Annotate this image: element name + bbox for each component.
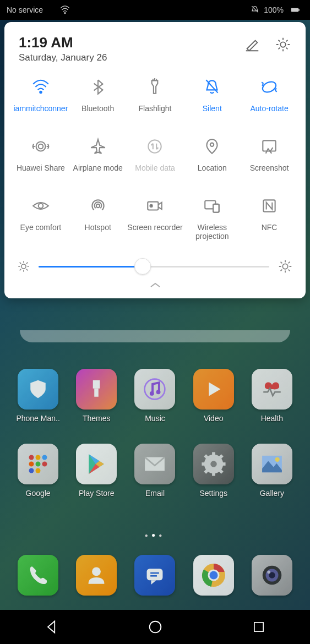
app-music[interactable]: Music bbox=[126, 369, 184, 423]
svg-point-25 bbox=[36, 455, 41, 460]
svg-point-24 bbox=[29, 455, 34, 460]
qs-tile-label: Flashlight bbox=[139, 104, 172, 113]
wifi-icon bbox=[31, 78, 50, 96]
brightness-slider-thumb[interactable] bbox=[134, 258, 151, 275]
qs-tile-eye[interactable]: Eye comfort bbox=[12, 194, 69, 241]
svg-line-42 bbox=[205, 470, 208, 473]
qs-tile-nfc[interactable]: NFC bbox=[241, 194, 298, 241]
qs-tile-label: Wireless projection bbox=[183, 223, 241, 241]
brightness-row bbox=[12, 252, 298, 278]
app-themes[interactable]: Themes bbox=[67, 369, 126, 423]
qs-tile-silent[interactable]: Silent bbox=[183, 75, 241, 119]
app-phone-man-[interactable]: Phone Man.. bbox=[9, 369, 67, 423]
app-label: Themes bbox=[83, 414, 111, 423]
qs-tile-wifi[interactable]: iammitchconner bbox=[12, 75, 69, 119]
collapse-handle[interactable] bbox=[12, 280, 298, 292]
page-indicator: ●●● bbox=[0, 531, 310, 539]
app-chrome[interactable]: Chrome bbox=[184, 555, 243, 600]
qs-tile-projection[interactable]: Wireless projection bbox=[183, 194, 241, 241]
qs-tile-label: Mobile data bbox=[135, 163, 175, 172]
app-icon bbox=[252, 369, 292, 410]
qs-tile-flashlight[interactable]: Flashlight bbox=[127, 75, 184, 119]
qs-tile-label: Auto-rotate bbox=[250, 104, 288, 113]
qs-tile-screenshot[interactable]: Screenshot bbox=[241, 135, 298, 179]
app-settings[interactable]: Settings bbox=[184, 444, 243, 498]
mobiledata-icon bbox=[145, 137, 164, 156]
nav-back-icon[interactable] bbox=[44, 619, 59, 635]
qs-tile-rotate[interactable]: Auto-rotate bbox=[241, 75, 298, 119]
app-messages[interactable]: Messages bbox=[126, 555, 184, 600]
gear-icon[interactable] bbox=[275, 36, 291, 53]
app-label: Settings bbox=[199, 489, 227, 498]
app-icon bbox=[76, 555, 117, 596]
app-label: Music bbox=[145, 414, 165, 423]
nav-home-icon[interactable] bbox=[147, 619, 164, 635]
sim-alert-icon bbox=[46, 5, 56, 15]
brightness-slider[interactable] bbox=[39, 266, 269, 268]
share-icon bbox=[31, 137, 50, 156]
app-label: Email bbox=[145, 489, 165, 498]
app-camera[interactable]: Camera bbox=[243, 555, 301, 600]
battery-icon bbox=[287, 5, 303, 15]
qs-tile-share[interactable]: Huawei Share bbox=[12, 135, 69, 179]
qs-tile-label: Bluetooth bbox=[81, 104, 114, 113]
app-icon bbox=[252, 444, 292, 484]
nav-recent-icon[interactable] bbox=[252, 620, 266, 634]
svg-point-27 bbox=[29, 462, 34, 467]
nfc-icon bbox=[260, 197, 279, 215]
qs-tile-label: Eye comfort bbox=[20, 223, 62, 232]
status-bar: No service 100% bbox=[0, 0, 310, 20]
qs-tile-recorder[interactable]: Screen recorder bbox=[127, 194, 184, 241]
qs-tile-label: Silent bbox=[203, 104, 222, 113]
app-contacts[interactable]: Contacts bbox=[67, 555, 126, 600]
svg-rect-20 bbox=[95, 389, 99, 397]
app-label: Video bbox=[204, 414, 224, 423]
recorder-icon bbox=[145, 197, 164, 215]
qs-tile-label: Airplane mode bbox=[73, 163, 123, 172]
qs-tile-label: Hotspot bbox=[85, 223, 111, 232]
app-phone[interactable]: Phone bbox=[9, 555, 67, 600]
svg-point-26 bbox=[42, 455, 47, 460]
brightness-low-icon bbox=[17, 259, 31, 274]
app-email[interactable]: Email bbox=[126, 444, 184, 498]
app-icon bbox=[193, 444, 234, 484]
svg-line-39 bbox=[205, 455, 208, 459]
svg-point-44 bbox=[275, 457, 279, 462]
app-label: Gallery bbox=[260, 489, 284, 498]
svg-line-41 bbox=[219, 455, 222, 459]
qs-tile-hotspot[interactable]: Hotspot bbox=[69, 194, 127, 241]
app-icon bbox=[193, 555, 234, 596]
app-gallery[interactable]: Gallery bbox=[243, 444, 301, 498]
edit-icon[interactable] bbox=[244, 36, 260, 53]
app-health[interactable]: Health bbox=[243, 369, 301, 423]
app-play-store[interactable]: Play Store bbox=[67, 444, 126, 498]
qs-tile-location[interactable]: Location bbox=[183, 135, 241, 179]
app-icon bbox=[252, 555, 292, 596]
quick-settings-panel: 1:19 AM Saturday, January 26 iammitchcon… bbox=[4, 22, 306, 298]
app-label: Google bbox=[26, 489, 51, 498]
app-icon bbox=[18, 444, 58, 484]
app-google[interactable]: Google bbox=[9, 444, 67, 498]
qs-tile-bluetooth[interactable]: Bluetooth bbox=[69, 75, 127, 119]
app-video[interactable]: Video bbox=[184, 369, 243, 423]
qs-tile-airplane[interactable]: Airplane mode bbox=[69, 135, 127, 179]
svg-rect-57 bbox=[254, 623, 263, 631]
svg-rect-46 bbox=[147, 569, 163, 580]
search-bar-bottom-edge[interactable] bbox=[20, 330, 290, 342]
svg-rect-19 bbox=[93, 380, 100, 389]
flashlight-icon bbox=[145, 78, 164, 96]
qs-tile-label: Screen recorder bbox=[127, 223, 182, 232]
svg-point-34 bbox=[210, 461, 217, 467]
qs-tile-label: Location bbox=[198, 163, 227, 172]
svg-point-28 bbox=[36, 462, 41, 467]
app-icon bbox=[193, 369, 234, 410]
app-label: Play Store bbox=[79, 489, 115, 498]
nav-bar bbox=[0, 610, 310, 644]
screenshot-icon bbox=[260, 137, 279, 156]
svg-point-56 bbox=[150, 621, 161, 633]
eye-icon bbox=[31, 197, 50, 215]
qs-tile-mobiledata[interactable]: Mobile data bbox=[127, 135, 184, 179]
brightness-high-icon bbox=[277, 258, 293, 275]
time-date-block[interactable]: 1:19 AM Saturday, January 26 bbox=[19, 34, 107, 63]
app-icon bbox=[18, 369, 58, 410]
